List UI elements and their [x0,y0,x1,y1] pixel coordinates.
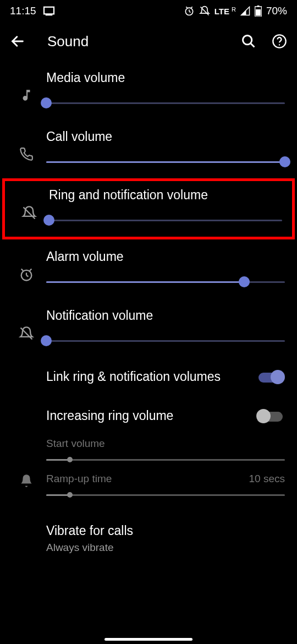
svg-line-21 [30,269,32,271]
media-volume-row: Media volume [0,61,297,119]
phone-icon [10,147,43,161]
help-button[interactable] [272,34,287,49]
back-button[interactable] [10,34,32,49]
svg-point-12 [243,36,252,45]
bell-ring-icon [10,453,43,508]
vibrate-for-calls-row[interactable]: Vibrate for calls Always vibrate [0,510,297,559]
svg-line-20 [21,269,24,271]
svg-line-4 [189,12,191,13]
link-volumes-label: Link ring & notification volumes [46,368,256,385]
status-time: 11:15 [10,5,36,17]
call-volume-label: Call volume [46,129,285,144]
increasing-ring-row[interactable]: Increasing ring volume [0,396,297,435]
start-volume-item: Start volume [46,438,285,466]
start-volume-slider [46,453,285,466]
dnd-icon [199,6,210,17]
battery-icon [255,6,262,17]
bell-off-icon-2 [10,326,43,341]
vibrate-title: Vibrate for calls [46,523,285,538]
svg-line-19 [26,275,29,276]
notification-volume-row: Notification volume [0,298,297,357]
ramp-up-value: 10 secs [249,473,285,485]
nav-indicator[interactable] [105,638,193,641]
search-button[interactable] [241,34,256,49]
svg-line-6 [191,7,193,8]
svg-rect-10 [256,9,261,16]
link-volumes-switch[interactable] [256,369,285,385]
svg-line-5 [186,7,188,8]
increasing-ring-subsection: Start volume Ramp-up time 10 secs [0,435,297,510]
notification-volume-label: Notification volume [46,308,285,323]
app-bar: Sound [0,22,297,61]
notification-volume-slider[interactable] [46,334,285,347]
music-note-icon [10,88,43,102]
svg-point-15 [279,44,280,45]
alarm-volume-row: Alarm volume [0,239,297,298]
network-label: LTE [215,7,229,16]
battery-label: 70% [266,5,287,17]
ramp-up-item: Ramp-up time 10 secs [46,473,285,501]
svg-rect-9 [257,6,259,7]
link-volumes-row[interactable]: Link ring & notification volumes [0,357,297,396]
ring-volume-row: Ring and notification volume [5,181,292,237]
roaming-label: R [232,6,236,13]
increasing-ring-switch[interactable] [256,408,285,424]
page-title: Sound [47,33,241,50]
media-volume-slider[interactable] [46,96,285,110]
call-volume-row: Call volume [0,119,297,178]
cast-icon [43,6,55,16]
alarm-clock-icon [10,267,43,282]
status-bar: 11:15 LTE R 70% [0,0,297,22]
ramp-up-label: Ramp-up time [46,473,112,485]
media-volume-label: Media volume [46,70,285,85]
increasing-ring-label: Increasing ring volume [46,407,256,424]
bell-off-icon [13,205,46,221]
svg-rect-0 [44,7,54,14]
call-volume-slider[interactable] [46,155,285,168]
alarm-icon [184,6,195,17]
ring-volume-slider[interactable] [49,214,282,227]
alarm-volume-slider[interactable] [46,275,285,288]
start-volume-label: Start volume [46,438,105,450]
signal-icon [240,6,250,16]
ramp-up-slider [46,488,285,501]
svg-line-13 [251,43,255,47]
ring-volume-highlight: Ring and notification volume [2,178,295,239]
vibrate-subtitle: Always vibrate [46,542,285,554]
alarm-volume-label: Alarm volume [46,249,285,264]
ring-volume-label: Ring and notification volume [49,188,282,203]
